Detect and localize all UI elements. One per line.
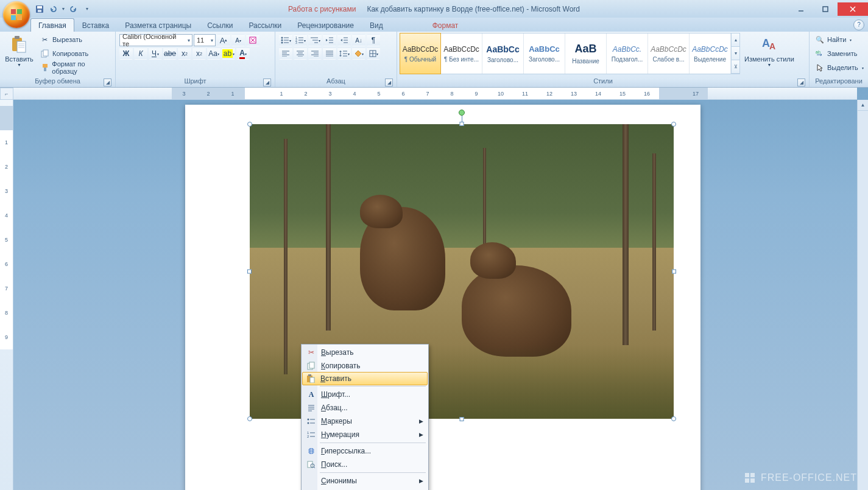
maximize-button[interactable]	[813, 2, 838, 16]
bold-button[interactable]: Ж	[119, 47, 133, 60]
close-button[interactable]	[838, 2, 868, 16]
shading-button[interactable]: ▾	[352, 47, 365, 60]
ctx-[interactable]: ✂Вырезать	[303, 346, 427, 359]
clear-format-button[interactable]	[246, 34, 259, 46]
highlight-button[interactable]: ab▾	[222, 47, 235, 60]
align-justify-button[interactable]	[323, 47, 336, 60]
ctx-[interactable]: Синонимы▶	[303, 474, 427, 488]
indent-dec-button[interactable]	[323, 34, 336, 46]
tab-format[interactable]: Формат	[425, 18, 467, 32]
ctx-[interactable]: Вставить	[302, 372, 428, 385]
ruler-vertical[interactable]: 123456789	[0, 100, 13, 490]
font-name-combo[interactable]: Calibri (Основной те	[119, 34, 192, 46]
change-case-button[interactable]: Aa▾	[207, 47, 221, 60]
tab-вставка[interactable]: Вставка	[74, 18, 118, 32]
gallery-scroll-btn[interactable]: ▴	[732, 33, 739, 47]
tab-рассылки[interactable]: Рассылки	[241, 18, 289, 32]
minimize-button[interactable]	[789, 2, 813, 16]
style-item[interactable]: АаВНазвание	[565, 33, 607, 74]
handle-s[interactable]	[460, 417, 464, 421]
handle-e[interactable]	[672, 270, 676, 274]
shrink-font-button[interactable]: A▾	[231, 34, 245, 46]
find-button[interactable]: 🔍Найти▾	[812, 33, 867, 46]
office-button[interactable]	[3, 1, 30, 28]
page[interactable]	[185, 105, 700, 490]
tab-ссылки[interactable]: Ссылки	[199, 18, 241, 32]
underline-button[interactable]: Ч▾	[149, 47, 162, 60]
scrollbar-vertical[interactable]: ▲	[857, 100, 868, 490]
borders-button[interactable]: ▾	[367, 47, 380, 60]
grow-font-button[interactable]: A▴	[217, 34, 230, 46]
handle-nw[interactable]	[247, 122, 252, 127]
ctx-[interactable]: AШрифт...	[303, 388, 427, 401]
replace-button[interactable]: abЗаменить	[812, 47, 867, 60]
styles-gallery[interactable]: AaBbCcDc¶ ОбычныйAaBbCcDc¶ Без инте...Aa…	[400, 33, 740, 74]
italic-button[interactable]: К	[134, 47, 147, 60]
style-item[interactable]: AaBbCcDc¶ Без инте...	[441, 33, 482, 74]
styles-launcher[interactable]: ◢	[797, 79, 805, 86]
align-left-button[interactable]	[279, 47, 292, 60]
style-item[interactable]: AaBbCcDcСлабое в...	[648, 33, 690, 74]
ctx-[interactable]: Абзац...	[303, 401, 427, 415]
select-button[interactable]: Выделить▾	[812, 61, 867, 74]
gallery-scroll-btn[interactable]: ▾	[732, 47, 739, 60]
undo-icon[interactable]	[47, 3, 59, 15]
strike-button[interactable]: abe	[163, 47, 177, 60]
indent-inc-button[interactable]	[337, 34, 351, 46]
tab-разметка страницы[interactable]: Разметка страницы	[117, 18, 199, 32]
gallery-scroll-btn[interactable]: ⊻	[732, 60, 739, 74]
align-center-button[interactable]	[294, 47, 307, 60]
ctx-[interactable]: Поиск...	[303, 458, 427, 471]
format-painter-button[interactable]: Формат по образцу	[37, 61, 113, 74]
handle-w[interactable]	[247, 270, 252, 274]
style-item[interactable]: AaBbCcDcВыделение	[690, 33, 731, 74]
style-item[interactable]: AaBbCcDc¶ Обычный	[400, 33, 441, 74]
copy-button[interactable]: Копировать	[37, 47, 113, 60]
show-marks-button[interactable]: ¶	[367, 34, 380, 46]
ruler-corner[interactable]: ⌐	[0, 88, 13, 100]
ribbon: Вставить ▼ ✂Вырезать Копировать Формат п…	[0, 32, 868, 88]
style-item[interactable]: AaBbCcЗаголово...	[524, 33, 565, 74]
ctx-[interactable]: Маркеры▶	[303, 415, 427, 428]
bullets-button[interactable]: ▾	[279, 34, 292, 46]
font-color-button[interactable]: A▾	[236, 47, 250, 60]
ctx-[interactable]: Перевод▶	[303, 488, 427, 490]
tab-рецензирование[interactable]: Рецензирование	[289, 18, 362, 32]
style-item[interactable]: AaBbCc.Подзагол...	[607, 33, 648, 74]
canvas[interactable]	[13, 100, 857, 490]
change-styles-button[interactable]: AA Изменить стили ▼	[741, 33, 797, 77]
line-spacing-button[interactable]: ▾	[337, 47, 351, 60]
change-styles-icon: AA	[760, 35, 779, 54]
rotation-handle[interactable]	[459, 110, 465, 116]
font-size-combo[interactable]: 11	[194, 34, 216, 46]
multilevel-button[interactable]: ▾	[308, 34, 322, 46]
undo-dropdown-icon[interactable]: ▼	[60, 3, 66, 15]
align-right-button[interactable]	[308, 47, 322, 60]
svg-text:3: 3	[295, 41, 297, 44]
tab-вид[interactable]: Вид	[362, 18, 391, 32]
font-launcher[interactable]: ◢	[263, 79, 271, 86]
sort-button[interactable]: A↓	[352, 34, 365, 46]
handle-n[interactable]	[460, 122, 464, 126]
qat-customize-icon[interactable]: ▾	[81, 3, 93, 15]
handle-se[interactable]	[671, 416, 676, 421]
superscript-button[interactable]: x2	[192, 47, 206, 60]
subscript-button[interactable]: x2	[178, 47, 191, 60]
help-icon[interactable]: ?	[853, 19, 864, 30]
numbering-button[interactable]: 123▾	[294, 34, 307, 46]
handle-sw[interactable]	[247, 416, 252, 421]
clipboard-launcher[interactable]: ◢	[104, 79, 111, 86]
cut-button[interactable]: ✂Вырезать	[37, 33, 113, 46]
ctx-[interactable]: Копировать	[303, 359, 427, 373]
svg-rect-3	[17, 15, 22, 20]
handle-ne[interactable]	[671, 122, 676, 127]
style-item[interactable]: AaBbCcЗаголово...	[482, 33, 524, 74]
ruler-horizontal[interactable]: 3211234567891011121314151617	[13, 88, 857, 100]
paragraph-launcher[interactable]: ◢	[385, 79, 393, 86]
ctx-[interactable]: Гиперссылка...	[303, 444, 427, 458]
redo-icon[interactable]	[68, 3, 80, 15]
save-icon[interactable]	[34, 3, 46, 15]
paste-button[interactable]: Вставить ▼	[2, 33, 36, 69]
ctx-[interactable]: 12Нумерация▶	[303, 428, 427, 441]
tab-главная[interactable]: Главная	[30, 18, 74, 32]
